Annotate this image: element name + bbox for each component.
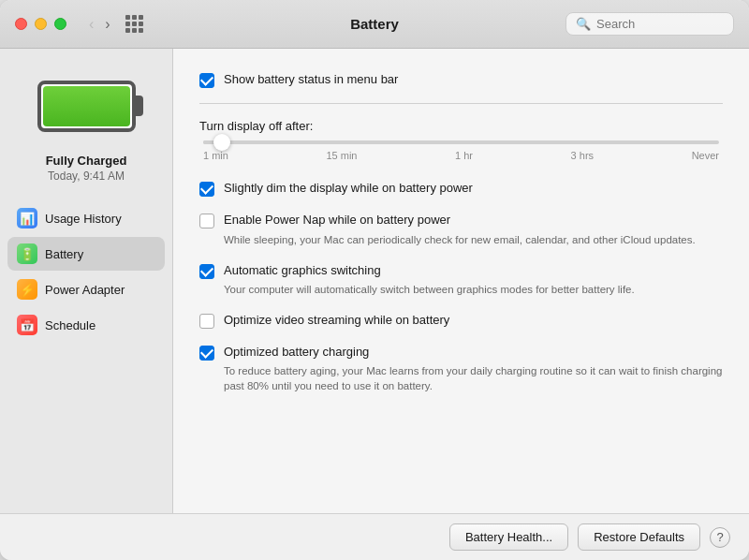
show-battery-status-label: Show battery status in menu bar: [224, 71, 723, 88]
sidebar-item-label-adapter: Power Adapter: [45, 283, 125, 297]
minimize-button[interactable]: [35, 18, 47, 30]
content-area: Fully Charged Today, 9:41 AM 📊 Usage His…: [0, 49, 749, 513]
power-nap-desc: While sleeping, your Mac can periodicall…: [224, 232, 723, 247]
back-button[interactable]: ‹: [85, 14, 97, 35]
auto-graphics-text: Automatic graphics switching Your comput…: [224, 262, 723, 297]
sidebar-nav: 📊 Usage History 🔋 Battery ⚡ Power Adapte…: [7, 201, 165, 344]
sidebar-item-label-usage: Usage History: [45, 212, 122, 226]
slider-marker-1: 15 min: [326, 150, 357, 161]
slider-thumb[interactable]: [213, 134, 230, 151]
optimized-charging-label: Optimized battery charging: [224, 344, 723, 361]
apps-grid-icon[interactable]: [125, 15, 143, 33]
battery-icon: 🔋: [17, 243, 37, 264]
dim-display-text: Slightly dim the display while on batter…: [224, 180, 723, 197]
titlebar: ‹ › Battery 🔍: [0, 0, 749, 49]
auto-graphics-row: Automatic graphics switching Your comput…: [199, 262, 723, 297]
slider-marker-2: 1 hr: [455, 150, 473, 161]
battery-fill: [43, 86, 130, 126]
video-streaming-checkbox[interactable]: [199, 314, 214, 329]
window-title: Battery: [350, 16, 399, 32]
slider-section: Turn display off after: 1 min 15 min 1 h…: [199, 119, 723, 161]
video-streaming-row: Optimize video streaming while on batter…: [199, 312, 723, 329]
battery-status-text: Fully Charged: [46, 154, 127, 168]
window: ‹ › Battery 🔍 Fully Charged Today: [0, 0, 749, 560]
close-button[interactable]: [15, 18, 27, 30]
optimized-charging-row: Optimized battery charging To reduce bat…: [199, 344, 723, 393]
main-content: Show battery status in menu bar Turn dis…: [173, 49, 749, 513]
video-streaming-text: Optimize video streaming while on batter…: [224, 312, 723, 329]
search-input[interactable]: [596, 17, 724, 31]
slider-track: [203, 140, 719, 144]
maximize-button[interactable]: [54, 18, 66, 30]
search-icon: 🔍: [576, 17, 591, 31]
dim-display-row: Slightly dim the display while on batter…: [199, 180, 723, 197]
help-button[interactable]: ?: [710, 527, 730, 548]
auto-graphics-checkbox[interactable]: [199, 264, 214, 279]
auto-graphics-label: Automatic graphics switching: [224, 262, 723, 279]
usage-history-icon: 📊: [17, 208, 37, 228]
schedule-icon: 📅: [17, 315, 37, 335]
sidebar-item-power-adapter[interactable]: ⚡ Power Adapter: [7, 273, 165, 306]
traffic-lights: [15, 18, 66, 30]
optimized-charging-checkbox[interactable]: [199, 346, 214, 361]
power-nap-checkbox[interactable]: [199, 214, 214, 228]
slider-label: Turn display off after:: [199, 119, 723, 133]
search-box[interactable]: 🔍: [565, 12, 734, 36]
dim-display-label: Slightly dim the display while on batter…: [224, 180, 723, 197]
slider-marker-3: 3 hrs: [571, 150, 594, 161]
nav-arrows: ‹ ›: [85, 14, 114, 35]
slider-markers: 1 min 15 min 1 hr 3 hrs Never: [203, 150, 719, 161]
show-battery-status-text: Show battery status in menu bar: [224, 71, 723, 88]
optimized-charging-text: Optimized battery charging To reduce bat…: [224, 344, 723, 393]
optimized-charging-desc: To reduce battery aging, your Mac learns…: [224, 363, 723, 393]
sidebar-item-label-battery: Battery: [45, 247, 83, 261]
power-adapter-icon: ⚡: [17, 279, 37, 300]
power-nap-text: Enable Power Nap while on battery power …: [224, 212, 723, 246]
video-streaming-label: Optimize video streaming while on batter…: [224, 312, 723, 329]
battery-health-button[interactable]: Battery Health...: [449, 523, 568, 551]
battery-time-text: Today, 9:41 AM: [46, 169, 127, 183]
battery-graphic: [37, 81, 136, 132]
auto-graphics-desc: Your computer will automatically switch …: [224, 282, 723, 297]
bottom-bar: Battery Health... Restore Defaults ?: [0, 513, 749, 560]
show-battery-status-checkbox[interactable]: [199, 73, 214, 88]
slider-marker-4: Never: [692, 150, 719, 161]
slider-marker-0: 1 min: [203, 150, 228, 161]
slider-container: 1 min 15 min 1 hr 3 hrs Never: [199, 140, 723, 161]
forward-button[interactable]: ›: [101, 14, 113, 35]
divider1: [199, 103, 723, 104]
restore-defaults-button[interactable]: Restore Defaults: [578, 523, 700, 551]
sidebar: Fully Charged Today, 9:41 AM 📊 Usage His…: [0, 49, 173, 513]
battery-nub: [136, 96, 143, 116]
sidebar-item-label-schedule: Schedule: [45, 318, 95, 332]
sidebar-item-schedule[interactable]: 📅 Schedule: [7, 308, 165, 342]
battery-status: Fully Charged Today, 9:41 AM: [46, 154, 127, 183]
battery-icon-container: [30, 73, 142, 139]
sidebar-item-usage-history[interactable]: 📊 Usage History: [7, 201, 165, 235]
power-nap-label: Enable Power Nap while on battery power: [224, 212, 723, 228]
dim-display-checkbox[interactable]: [199, 182, 214, 197]
show-battery-status-row: Show battery status in menu bar: [199, 71, 723, 88]
sidebar-item-battery[interactable]: 🔋 Battery: [7, 237, 165, 271]
power-nap-row: Enable Power Nap while on battery power …: [199, 212, 723, 246]
